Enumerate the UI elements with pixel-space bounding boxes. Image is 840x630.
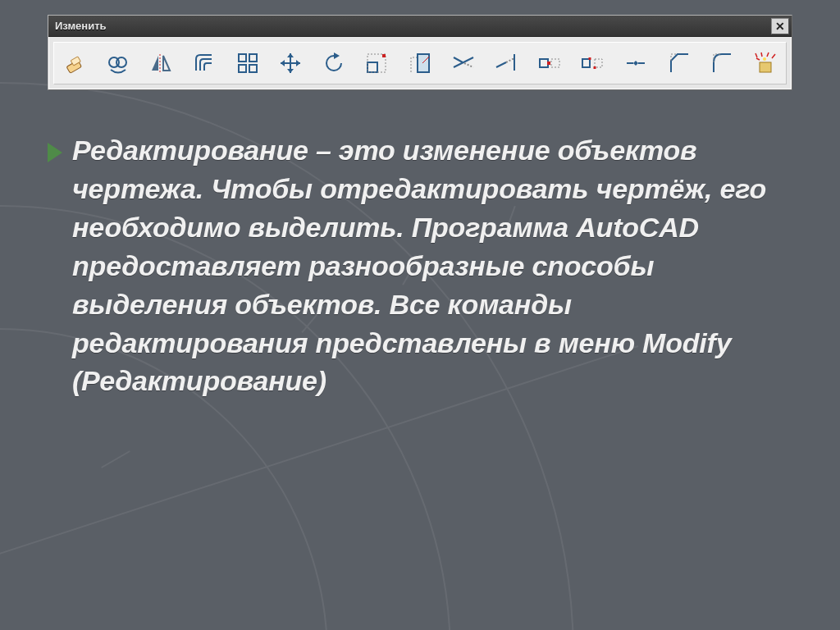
modify-toolbar-panel: Изменить ✕ [48,15,792,90]
stretch-icon[interactable] [408,49,433,77]
offset-icon[interactable] [192,49,217,77]
toolbar-strip [53,42,787,84]
bullet-icon [48,143,62,162]
svg-rect-10 [382,54,386,57]
copy-object-icon[interactable] [106,49,131,77]
erase-icon[interactable] [62,49,88,77]
scale-icon[interactable] [364,49,390,77]
svg-rect-14 [582,59,590,67]
explode-icon[interactable] [753,49,778,77]
close-icon: ✕ [775,20,785,33]
break-at-point-icon[interactable] [537,49,563,77]
svg-rect-15 [595,59,602,67]
svg-rect-6 [239,65,246,72]
mirror-icon[interactable] [148,49,174,77]
svg-rect-8 [368,62,377,72]
toolbar-titlebar[interactable]: Изменить ✕ [48,16,792,37]
toolbar-title: Изменить [55,20,107,32]
svg-rect-11 [540,59,548,67]
svg-rect-18 [760,62,771,72]
svg-rect-5 [249,54,257,62]
svg-rect-4 [239,54,246,62]
svg-rect-12 [551,59,559,67]
svg-point-19 [763,57,766,61]
break-icon[interactable] [580,49,605,77]
extend-icon[interactable] [494,49,519,77]
fillet-icon[interactable] [710,49,735,77]
move-icon[interactable] [278,49,304,77]
trim-icon[interactable] [450,49,476,77]
slide-content: Редактирование – это изменение объектов … [48,131,786,400]
svg-rect-13 [547,62,550,65]
svg-rect-7 [249,65,257,72]
slide-paragraph: Редактирование – это изменение объектов … [72,131,786,400]
rotate-icon[interactable] [322,49,347,77]
svg-rect-16 [589,57,591,60]
svg-point-3 [116,57,126,67]
close-button[interactable]: ✕ [771,18,789,34]
svg-rect-17 [594,66,596,69]
join-icon[interactable] [623,49,649,77]
array-icon[interactable] [235,49,260,77]
chamfer-icon[interactable] [666,49,692,77]
